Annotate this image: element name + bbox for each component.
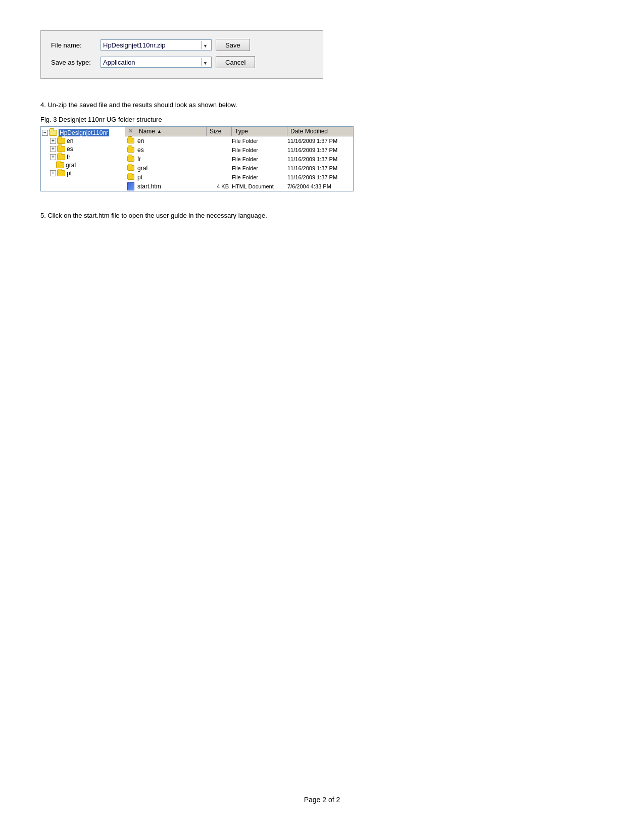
column-header-size[interactable]: Size [207, 127, 232, 136]
column-header-type[interactable]: Type [232, 127, 287, 136]
page-number: Page 2 of 2 [0, 796, 644, 804]
sort-arrow-icon: ▲ [157, 129, 162, 134]
detail-header: ✕ Name ▲ Size Type Date Modified [125, 127, 353, 136]
tree-label-es: es [67, 145, 73, 153]
filename-input[interactable]: HpDesignjet110nr.zip ▼ [101, 39, 212, 51]
file-name-starthtm: start.htm [125, 182, 207, 190]
fig3-caption: Fig. 3 Designjet 110nr UG folder structu… [40, 116, 604, 123]
filename-label: File name: [51, 41, 96, 49]
saveastype-dropdown-arrow[interactable]: ▼ [201, 58, 209, 66]
file-explorer: − HpDesignjet110nr + en + es [40, 126, 354, 191]
save-dialog-snippet: File name: HpDesignjet110nr.zip ▼ Save S… [40, 30, 323, 79]
folder-icon-es-detail [127, 147, 134, 153]
tree-toggle-es[interactable]: + [50, 146, 56, 152]
file-row-fr[interactable]: fr File Folder 11/16/2009 1:37 PM [125, 155, 353, 164]
folder-icon-graf-detail [127, 165, 134, 171]
tree-label-fr: fr [67, 154, 70, 161]
tree-label-root[interactable]: HpDesignjet110nr [59, 129, 109, 136]
tree-toggle-root[interactable]: − [42, 130, 48, 136]
folder-icon-en-detail [127, 138, 134, 143]
file-name-graf: graf [125, 165, 207, 172]
tree-toggle-pt[interactable]: + [50, 170, 56, 176]
tree-item-pt[interactable]: + pt [50, 169, 124, 177]
filename-dropdown-arrow[interactable]: ▼ [201, 41, 209, 49]
folder-icon-root [49, 130, 57, 136]
tree-item-en[interactable]: + en [50, 137, 124, 145]
tree-item-es[interactable]: + es [50, 145, 124, 153]
file-row-en[interactable]: en File Folder 11/16/2009 1:37 PM [125, 136, 353, 145]
saveastype-input[interactable]: Application ▼ [101, 57, 212, 68]
file-row-starthtm[interactable]: start.htm 4 KB HTML Document 7/6/2004 4:… [125, 182, 353, 191]
html-file-icon [127, 182, 134, 190]
file-name-pt: pt [125, 174, 207, 181]
step5-text: 5. Click on the start.htm file to open t… [40, 211, 604, 221]
close-icon[interactable]: ✕ [125, 127, 136, 136]
filename-row: File name: HpDesignjet110nr.zip ▼ Save [51, 39, 313, 51]
file-name-es: es [125, 146, 207, 154]
folder-icon-en [57, 138, 65, 144]
tree-label-graf: graf [66, 162, 76, 169]
saveastype-value: Application [103, 59, 201, 66]
folder-icon-graf [56, 162, 64, 168]
file-name-fr: fr [125, 156, 207, 163]
explorer-pane: − HpDesignjet110nr + en + es [41, 127, 353, 191]
folder-icon-pt [57, 170, 65, 176]
tree-toggle-en[interactable]: + [50, 138, 56, 144]
tree-item-root[interactable]: − HpDesignjet110nr [42, 129, 124, 137]
folder-icon-fr [57, 154, 65, 160]
file-name-en: en [125, 137, 207, 144]
tree-item-graf[interactable]: graf [50, 161, 124, 169]
file-row-pt[interactable]: pt File Folder 11/16/2009 1:37 PM [125, 173, 353, 182]
filename-value: HpDesignjet110nr.zip [103, 41, 201, 49]
tree-label-pt: pt [67, 170, 72, 177]
tree-pane: − HpDesignjet110nr + en + es [41, 127, 125, 191]
tree-item-fr[interactable]: + fr [50, 153, 124, 161]
saveastype-label: Save as type: [51, 59, 96, 66]
folder-icon-fr-detail [127, 156, 134, 162]
save-button[interactable]: Save [216, 39, 250, 51]
tree-toggle-fr[interactable]: + [50, 154, 56, 160]
folder-icon-pt-detail [127, 174, 134, 180]
tree-children: + en + es + fr [42, 137, 124, 177]
cancel-button[interactable]: Cancel [216, 56, 255, 68]
saveastype-row: Save as type: Application ▼ Cancel [51, 56, 313, 68]
column-header-name[interactable]: Name ▲ [136, 127, 207, 136]
file-row-graf[interactable]: graf File Folder 11/16/2009 1:37 PM [125, 164, 353, 173]
step4-text: 4. Un-zip the saved file and the results… [40, 100, 604, 111]
file-row-es[interactable]: es File Folder 11/16/2009 1:37 PM [125, 145, 353, 155]
folder-icon-es [57, 146, 65, 152]
detail-pane: ✕ Name ▲ Size Type Date Modified en File… [125, 127, 353, 191]
column-header-date[interactable]: Date Modified [287, 127, 353, 136]
tree-label-en: en [67, 137, 73, 144]
